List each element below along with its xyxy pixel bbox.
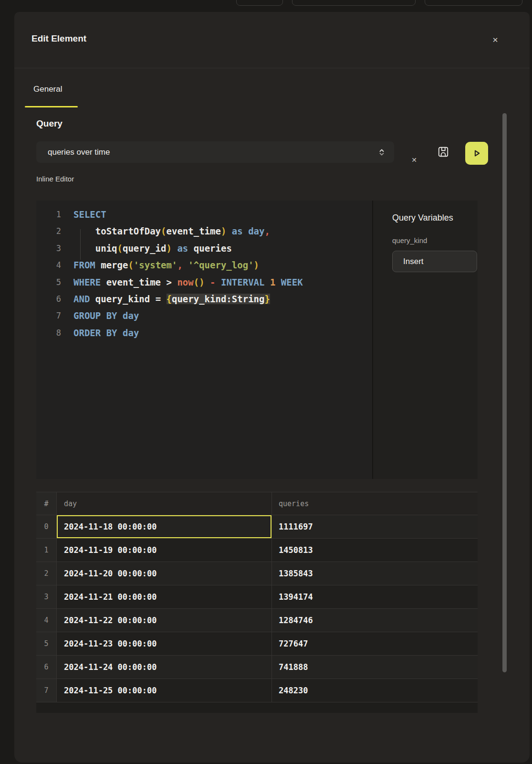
code-text: FROM merge('system', '^query_log') [73, 257, 259, 274]
column-header-day: day [57, 492, 272, 515]
code-line[interactable]: 3 uniq(query_id) as queries [36, 240, 372, 257]
day-cell[interactable]: 2024-11-18 00:00:00 [57, 515, 272, 539]
line-number: 2 [36, 223, 61, 240]
toolbar-button-3[interactable] [425, 0, 522, 6]
row-index-cell[interactable]: 5 [36, 632, 57, 656]
line-number: 3 [36, 240, 61, 257]
queries-cell[interactable]: 248230 [272, 679, 478, 702]
scrollbar-thumb[interactable] [502, 113, 507, 672]
toolbar-button-2[interactable] [292, 0, 416, 6]
column-header-index: # [36, 492, 57, 515]
queries-cell[interactable]: 727647 [272, 632, 478, 656]
clear-query-button[interactable]: ✕ [407, 153, 421, 167]
code-text: uniq(query_id) as queries [73, 240, 232, 257]
row-index-cell[interactable]: 0 [36, 515, 57, 539]
code-text: AND query_kind = {query_kind:String} [73, 291, 270, 308]
tab-general[interactable]: General [33, 85, 62, 94]
queries-cell[interactable]: 1385843 [272, 562, 478, 585]
code-text: WHERE event_time > now() - INTERVAL 1 WE… [73, 274, 303, 291]
code-line[interactable]: 1SELECT [36, 206, 372, 223]
line-number: 1 [36, 206, 61, 223]
code-line[interactable]: 8ORDER BY day [36, 325, 372, 341]
day-cell[interactable]: 2024-11-25 00:00:00 [57, 679, 272, 702]
results-table: # day queries 02024-11-18 00:00:00111169… [36, 492, 478, 713]
code-line[interactable]: 5WHERE event_time > now() - INTERVAL 1 W… [36, 274, 372, 291]
row-index-cell[interactable]: 7 [36, 679, 57, 702]
line-number: 7 [36, 308, 61, 324]
day-cell[interactable]: 2024-11-23 00:00:00 [57, 632, 272, 656]
sql-editor: 1SELECT2 toStartOfDay(event_time) as day… [36, 201, 478, 479]
column-header-queries: queries [272, 492, 478, 515]
page: Edit Element ✕ General Query queries ove… [0, 0, 532, 764]
code-line[interactable]: 4FROM merge('system', '^query_log') [36, 257, 372, 274]
day-cell[interactable]: 2024-11-21 00:00:00 [57, 585, 272, 609]
page-title: Edit Element [31, 33, 86, 44]
query-variables-list: query_kindInsert [392, 236, 478, 272]
row-index-cell[interactable]: 6 [36, 656, 57, 679]
row-index-cell[interactable]: 1 [36, 539, 57, 562]
close-small-icon: ✕ [411, 156, 417, 164]
code-text: ORDER BY day [73, 325, 139, 341]
queries-cell[interactable]: 1394174 [272, 585, 478, 609]
queries-cell[interactable]: 741888 [272, 656, 478, 679]
code-line[interactable]: 2 toStartOfDay(event_time) as day, [36, 223, 372, 240]
play-icon [470, 147, 483, 159]
day-cell[interactable]: 2024-11-22 00:00:00 [57, 609, 272, 632]
close-icon[interactable]: ✕ [489, 34, 501, 46]
line-number: 5 [36, 274, 61, 291]
query-select-value: queries over time [48, 148, 378, 157]
query-variables-panel: Query Variables query_kindInsert [372, 201, 478, 479]
table-footer [36, 702, 478, 713]
variable-name: query_kind [392, 236, 478, 244]
code-editor-pane[interactable]: 1SELECT2 toStartOfDay(event_time) as day… [36, 201, 372, 479]
inline-editor-label: Inline Editor [36, 175, 74, 183]
run-query-button[interactable] [465, 142, 488, 165]
save-query-button[interactable] [436, 145, 450, 159]
code-line[interactable]: 6AND query_kind = {query_kind:String} [36, 291, 372, 308]
line-number: 4 [36, 257, 61, 274]
code-text: GROUP BY day [73, 308, 139, 324]
indent-guide [80, 229, 81, 260]
code-text: SELECT [73, 206, 106, 223]
day-cell[interactable]: 2024-11-24 00:00:00 [57, 656, 272, 679]
row-index-cell[interactable]: 4 [36, 609, 57, 632]
edit-element-modal: Edit Element ✕ General Query queries ove… [14, 12, 530, 763]
query-select[interactable]: queries over time [36, 141, 394, 163]
queries-cell[interactable]: 1284746 [272, 609, 478, 632]
toolbar-button-1[interactable] [236, 0, 283, 6]
line-number: 6 [36, 291, 61, 308]
day-cell[interactable]: 2024-11-19 00:00:00 [57, 539, 272, 562]
row-index-cell[interactable]: 3 [36, 585, 57, 609]
save-icon [437, 146, 449, 158]
chevron-up-down-icon [378, 148, 386, 157]
code-text: toStartOfDay(event_time) as day, [73, 223, 270, 240]
query-section-heading: Query [36, 118, 63, 129]
row-index-cell[interactable]: 2 [36, 562, 57, 585]
code-lines: 1SELECT2 toStartOfDay(event_time) as day… [36, 206, 372, 341]
query-variables-heading: Query Variables [392, 213, 478, 223]
queries-cell[interactable]: 1450813 [272, 539, 478, 562]
queries-cell[interactable]: 1111697 [272, 515, 478, 539]
code-line[interactable]: 7GROUP BY day [36, 308, 372, 324]
header-divider [14, 68, 530, 68]
day-cell[interactable]: 2024-11-20 00:00:00 [57, 562, 272, 585]
line-number: 8 [36, 325, 61, 341]
tab-active-underline [25, 106, 78, 107]
insert-variable-button[interactable]: Insert [392, 251, 477, 272]
